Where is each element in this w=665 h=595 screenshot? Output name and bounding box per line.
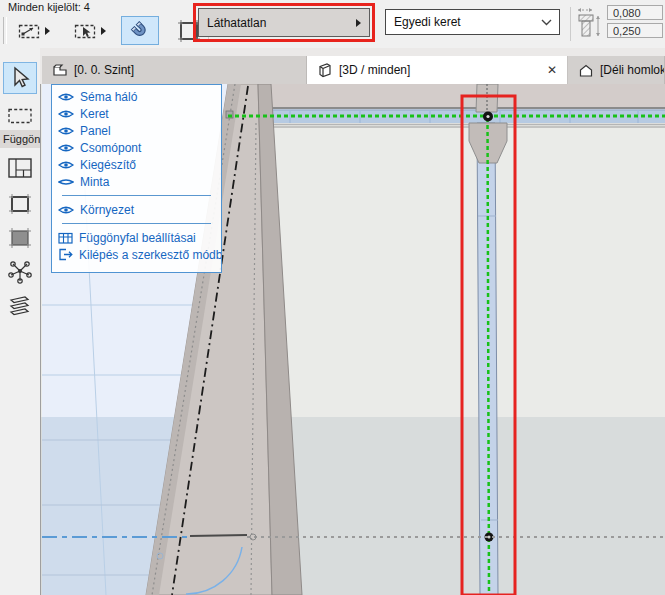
menu-item-junction[interactable]: Csomópont bbox=[52, 139, 221, 156]
eye-open-icon bbox=[58, 205, 74, 215]
marquee-icon bbox=[7, 107, 33, 125]
frame-type-select[interactable]: Egyedi keret bbox=[385, 9, 560, 35]
3d-view-icon bbox=[317, 62, 333, 78]
eye-open-icon bbox=[58, 109, 74, 119]
menu-separator bbox=[62, 223, 211, 224]
menu-item-pattern[interactable]: Minta bbox=[52, 173, 221, 190]
arrow-tool-button[interactable] bbox=[3, 62, 37, 94]
tab-label: [3D / minden] bbox=[339, 63, 410, 77]
toolbar-grip[interactable] bbox=[3, 17, 7, 44]
tab-label: [Déli homlokza bbox=[600, 63, 665, 77]
accessory-tool-button[interactable] bbox=[3, 290, 37, 322]
menu-item-scheme-grid[interactable]: Séma háló bbox=[52, 88, 221, 105]
junction-node-icon bbox=[7, 259, 33, 285]
eye-closed-icon bbox=[58, 177, 74, 187]
arrow-cursor-icon bbox=[9, 66, 31, 90]
palette-section-label: Függön: bbox=[0, 130, 40, 148]
eye-open-icon bbox=[58, 160, 74, 170]
visibility-flyout-button[interactable]: Láthatatlan bbox=[198, 8, 370, 37]
flyout-arrow-icon bbox=[45, 27, 50, 35]
selection-status: Minden kijelölt: 4 bbox=[8, 1, 90, 13]
panel-tool-button[interactable] bbox=[3, 222, 37, 254]
exit-icon bbox=[58, 248, 73, 261]
application-window: Minden kijelölt: 4 bbox=[0, 0, 665, 595]
menu-item-environment[interactable]: Környezet bbox=[52, 201, 221, 218]
junction-tool-button[interactable] bbox=[3, 256, 37, 288]
menu-item-exit-edit-mode[interactable]: Kilépés a szerkesztő módból bbox=[52, 246, 221, 263]
toolbar-separator bbox=[570, 7, 571, 41]
menu-item-curtain-wall-settings[interactable]: Függönyfal beállításai bbox=[52, 229, 221, 246]
gravity-magnet-toggle[interactable] bbox=[121, 16, 159, 45]
frame-tool-button[interactable] bbox=[3, 188, 37, 220]
frame-width-field[interactable] bbox=[607, 5, 663, 20]
tab-3d-view[interactable]: [3D / minden] ✕ bbox=[307, 56, 567, 84]
select-connected-icon bbox=[18, 22, 42, 40]
eye-open-icon bbox=[58, 126, 74, 136]
eye-open-icon bbox=[58, 92, 74, 102]
flyout-arrow-icon bbox=[101, 27, 106, 35]
eye-open-icon bbox=[58, 143, 74, 153]
frame-depth-field[interactable] bbox=[607, 23, 663, 38]
menu-item-accessory[interactable]: Kiegészítő bbox=[52, 156, 221, 173]
accessory-louvers-icon bbox=[7, 294, 33, 318]
context-menu: Séma háló Keret Panel Csomópont Kiegészí… bbox=[51, 84, 222, 273]
marquee-select-icon bbox=[74, 22, 98, 40]
scheme-grid-tool-button[interactable] bbox=[3, 152, 37, 184]
view-tab-bar: [0. 0. Szint] [3D / minden] ✕ [Déli homl… bbox=[40, 48, 665, 84]
select-connected-flyout-button[interactable] bbox=[8, 16, 60, 45]
close-icon[interactable]: ✕ bbox=[547, 64, 557, 76]
marquee-flyout-button[interactable] bbox=[64, 16, 116, 45]
settings-grid-icon bbox=[58, 232, 73, 244]
info-box-toolbar: Minden kijelölt: 4 bbox=[0, 0, 665, 49]
menu-item-panel[interactable]: Panel bbox=[52, 122, 221, 139]
magnet-icon bbox=[129, 20, 151, 42]
flyout-arrow-icon bbox=[356, 19, 361, 27]
story-icon bbox=[52, 63, 68, 78]
tutorial-highlight-ring: Láthatatlan bbox=[193, 3, 375, 42]
tab-label: [0. 0. Szint] bbox=[74, 63, 134, 77]
frame-icon bbox=[7, 192, 33, 216]
menu-item-frame[interactable]: Keret bbox=[52, 105, 221, 122]
panel-icon bbox=[7, 226, 33, 250]
profile-dimensions-icon bbox=[576, 7, 604, 45]
menu-separator bbox=[62, 195, 211, 196]
visibility-flyout-label: Láthatatlan bbox=[199, 16, 356, 30]
frame-type-value: Egyedi keret bbox=[386, 15, 541, 29]
marquee-tool-button[interactable] bbox=[3, 100, 37, 132]
tool-palette: Függön: bbox=[0, 48, 40, 595]
scheme-grid-icon bbox=[7, 157, 33, 179]
elevation-icon bbox=[578, 63, 594, 78]
tab-floor-plan[interactable]: [0. 0. Szint] bbox=[42, 56, 307, 84]
chevron-down-icon bbox=[541, 19, 552, 26]
tab-elevation[interactable]: [Déli homlokza bbox=[567, 56, 665, 84]
